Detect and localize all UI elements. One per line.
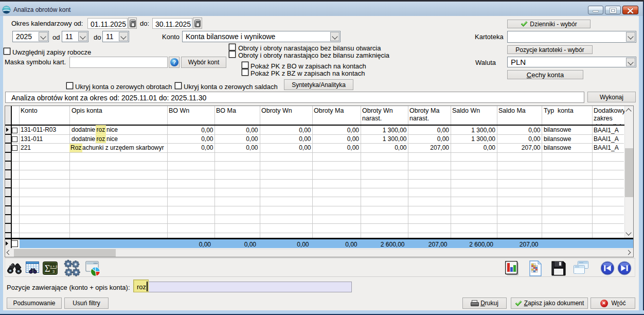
svg-text:3: 3 — [52, 269, 55, 274]
svg-text:x + s: x + s — [50, 265, 58, 268]
svg-text:Σ: Σ — [45, 264, 50, 274]
